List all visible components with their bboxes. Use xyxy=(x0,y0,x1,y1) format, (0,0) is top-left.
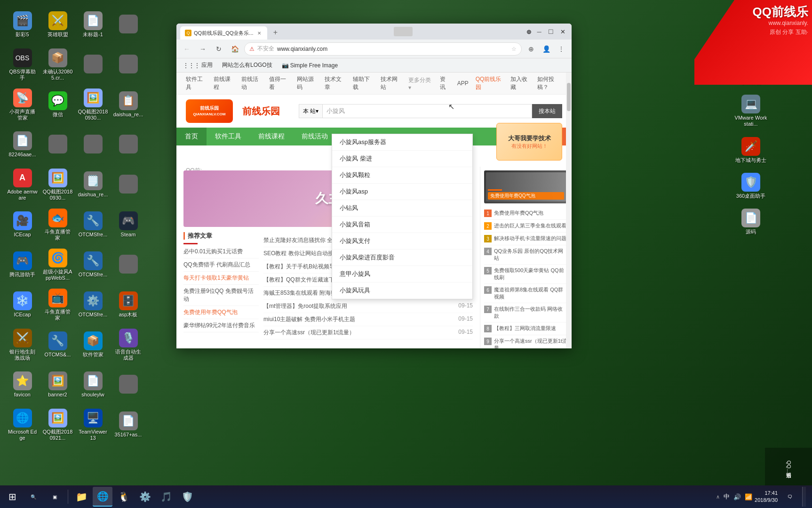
desktop-icon-obs[interactable]: OBS QBS弹幕助手 xyxy=(5,45,40,85)
main-nav-course[interactable]: 前线课程 xyxy=(250,128,293,145)
desktop-icon-lol[interactable]: ⚔️ 英雄联盟 xyxy=(40,5,75,45)
show-desktop-button[interactable] xyxy=(802,487,806,507)
ad-banner[interactable]: 大哥我要学技术 有没有好网站！ xyxy=(496,123,562,161)
dropdown-item-10[interactable]: 小旋风玩具 xyxy=(332,282,472,299)
desktop-icon-icecap2[interactable]: ❄️ ICEcap xyxy=(5,285,40,325)
site-nav-news[interactable]: 资讯 xyxy=(440,75,450,91)
desktop-icon-empty4[interactable] xyxy=(40,125,75,165)
site-nav-contribute[interactable]: 如何投稿？ xyxy=(537,75,562,91)
desktop-icon-qqscreenshot2[interactable]: 🖼️ QQ截图20180930... xyxy=(40,165,75,205)
tab-close-button[interactable]: ✕ xyxy=(256,30,263,36)
taskbar-search[interactable]: 🔍 xyxy=(24,487,43,507)
news-thumbnail[interactable]: 免费使用年费QQ气泡 xyxy=(484,170,568,203)
site-nav-home-link[interactable]: QQ前线乐园 xyxy=(476,75,503,91)
browser-tab-active[interactable]: Q QQ前线乐园_QQ业务乐... ✕ xyxy=(180,26,267,40)
desktop-icon-otcms2[interactable]: 🔧 OTCMSfre... xyxy=(75,245,111,285)
extensions-icon[interactable]: ⊕ xyxy=(525,28,533,35)
main-nav-home[interactable]: 首页 xyxy=(176,128,207,145)
dropdown-item-6[interactable]: 小旋风音箱 xyxy=(332,217,472,233)
browser-scrollbar[interactable] xyxy=(566,73,572,348)
right-news-item-1[interactable]: 1 免费使用年费QQ气泡 xyxy=(484,207,568,220)
desktop-icon-icecap[interactable]: 🎥 ICEcap xyxy=(5,205,40,245)
address-bar[interactable]: ⚠ 不安全 www.qianxianly.com ☆ xyxy=(244,42,522,56)
up-arrow-icon[interactable]: ∧ xyxy=(716,494,720,500)
desktop-icon-adobe[interactable]: A Adobe aemware xyxy=(5,165,40,205)
desktop-icon-empty3[interactable] xyxy=(111,45,146,85)
site-nav-software[interactable]: 软件工具 xyxy=(186,75,207,91)
start-button[interactable]: ⊞ xyxy=(2,487,22,507)
desktop-icon-qqscreenshot1[interactable]: 🖼️ QQ截图20180930... xyxy=(75,85,111,125)
forward-button[interactable]: → xyxy=(196,42,209,56)
desktop-icon-empty8[interactable] xyxy=(111,245,146,285)
bookmark-image[interactable]: 📷 Simple Free Image xyxy=(279,61,341,70)
desktop-icon-otcms[interactable]: 🔧 OTCMSfre... xyxy=(75,205,111,245)
sound-icon[interactable]: 🔊 xyxy=(733,493,741,500)
news-item-8[interactable]: 分享一个高速ssr（现已更新1t流量） 09-15 xyxy=(263,326,473,339)
desktop-icon-edge[interactable]: 🌐 Microsoft Edge xyxy=(5,405,40,445)
article-item-6[interactable]: 豪华绑钻99元2年送付费音乐 xyxy=(183,319,259,332)
bookmark-apps[interactable]: ⋮⋮⋮ 应用 xyxy=(180,60,215,70)
bookmark-star-icon[interactable]: ☆ xyxy=(511,46,517,52)
desktop-icon-download[interactable]: 📦 未确认320805.cr... xyxy=(40,45,75,85)
main-nav-more[interactable]: 前线活动 xyxy=(293,128,336,145)
desktop-icon-daishua2[interactable]: 🗒️ daishua_re... xyxy=(75,165,111,205)
extensions-menu-button[interactable]: ⊕ xyxy=(525,42,538,56)
site-logo[interactable]: 前线乐园QIANXIANLV.COM xyxy=(186,99,233,123)
back-button[interactable]: ← xyxy=(180,42,193,56)
taskbar-browser[interactable]: 🌐 xyxy=(93,487,112,507)
desktop-icon-favicon[interactable]: ⭐ favicon xyxy=(5,365,40,405)
site-nav-worthy[interactable]: 值得一看 xyxy=(269,75,290,91)
dropdown-item-8[interactable]: 小旋风柴进百度影音 xyxy=(332,250,472,266)
site-nav-download[interactable]: 辅助下载 xyxy=(353,75,374,91)
cn-ime-icon[interactable]: 中 xyxy=(724,492,730,501)
action-center-button[interactable]: 🗨 xyxy=(780,487,800,507)
desktop-icon-douyu2[interactable]: 📺 斗鱼直播管家 xyxy=(40,285,75,325)
search-input[interactable] xyxy=(322,104,532,118)
dropdown-item-5[interactable]: 小钻风 xyxy=(332,200,472,217)
desktop-icon-yingcai5[interactable]: 🎬 影彩5 xyxy=(5,5,40,45)
desktop-icon-empty9[interactable] xyxy=(111,365,146,405)
site-nav-collect[interactable]: 加入收藏 xyxy=(510,75,530,91)
news-item-7[interactable]: miui10主题破解 免费用小米手机主题 09-15 xyxy=(263,313,473,326)
site-nav-source[interactable]: 网站源码 xyxy=(297,75,318,91)
desktop-icon-douyu[interactable]: 🐟 斗鱼直播管家 xyxy=(40,205,75,245)
desktop-icon-tencent-helper[interactable]: 🎮 腾讯游助手 xyxy=(5,245,40,285)
search-button[interactable]: 搜本站 xyxy=(532,104,562,118)
desktop-icon-teamviewer[interactable]: 🖥️ TeamViewer 13 xyxy=(75,405,111,445)
bookmark-logo[interactable]: 网站怎么有LOGO技 xyxy=(219,60,275,70)
desktop-icon-caopy[interactable]: 📄 源码 xyxy=(732,206,770,237)
desktop-icon-bank[interactable]: ⚔️ 银行地生刻激战场 xyxy=(5,325,40,365)
dropdown-item-4[interactable]: 小旋风asp xyxy=(332,184,472,200)
desktop-icon-banner2[interactable]: 🖼️ banner2 xyxy=(40,365,75,405)
article-item-4[interactable]: 免费注册9位QQ 免费靓号活动 xyxy=(183,285,259,306)
desktop-icon-empty2[interactable] xyxy=(75,45,111,85)
desktop-icon-35167[interactable]: 📄 35167+as... xyxy=(111,405,146,445)
right-news-item-4[interactable]: 4 QQ业务乐园 原创的QQ技术网站 xyxy=(484,245,568,265)
taskbar-settings[interactable]: ⚙️ xyxy=(135,487,155,507)
desktop-icon-otcms3[interactable]: ⚙️ OTCMSfre... xyxy=(75,285,111,325)
desktop-icon-wechat[interactable]: 💬 微信 xyxy=(40,85,75,125)
site-nav-tech-article[interactable]: 技术文章 xyxy=(325,75,345,91)
desktop-icon-untitled1[interactable]: 📄 未标题-1 xyxy=(75,5,111,45)
desktop-icon-asp[interactable]: 🗄️ asp木板 xyxy=(111,285,146,325)
right-news-item-2[interactable]: 2 进击的巨人第三季全集在线观看 xyxy=(484,220,568,233)
browser-menu-button[interactable]: ⋮ xyxy=(555,42,568,56)
article-item-5[interactable]: 免费使用年费QQ气泡 xyxy=(183,306,259,319)
desktop-icon-empty1[interactable] xyxy=(111,5,146,45)
minimize-button[interactable]: ─ xyxy=(534,26,544,37)
dropdown-item-7[interactable]: 小旋风支付 xyxy=(332,233,472,250)
site-nav-more[interactable]: 更多分类 ▾ xyxy=(408,76,433,91)
right-news-item-6[interactable]: 6 魔道祖师第8集在线观看 QQ群视频 xyxy=(484,284,568,303)
taskbar-qq[interactable]: 🐧 xyxy=(114,487,134,507)
desktop-icon-shouleylw[interactable]: 📄 shouleylw xyxy=(75,365,111,405)
right-news-item-5[interactable]: 5 免费领取500天豪华黄钻 QQ前线刷 xyxy=(484,265,568,284)
right-news-item-3[interactable]: 3 解决移动手机卡流量限速的问题 xyxy=(484,233,568,245)
desktop-icon-daishua[interactable]: 📋 daishua_re... xyxy=(111,85,146,125)
network-icon[interactable]: 📶 xyxy=(745,493,752,500)
site-nav-tech-site[interactable]: 技术网站 xyxy=(381,75,401,91)
home-button[interactable]: 🏠 xyxy=(228,42,241,56)
scrollbar-thumb[interactable] xyxy=(567,83,571,111)
desktop-icon-82246[interactable]: 📄 82246aae... xyxy=(5,125,40,165)
close-button[interactable]: ✕ xyxy=(557,26,568,37)
article-item-3[interactable]: 每天打卡领取1天豪华黄钻 xyxy=(183,272,259,285)
